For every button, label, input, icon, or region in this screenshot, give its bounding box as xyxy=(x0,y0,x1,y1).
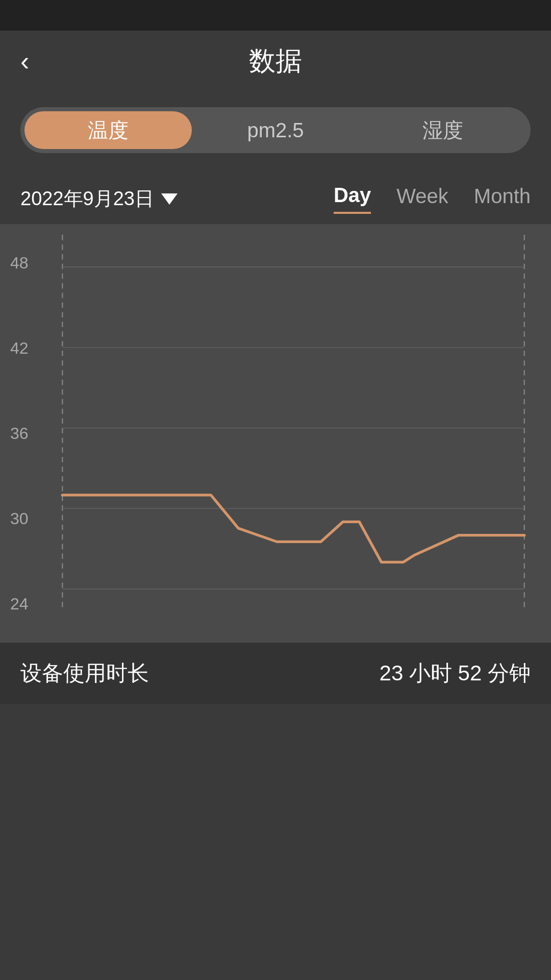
chart-area: 48 42 36 30 24 xyxy=(0,224,551,643)
chart-container: 48 42 36 30 24 xyxy=(0,224,551,643)
period-tab-week[interactable]: Week xyxy=(396,185,448,213)
y-label-36: 36 xyxy=(10,425,46,442)
back-button[interactable]: ‹ xyxy=(20,48,29,75)
header: ‹ 数据 xyxy=(0,31,551,92)
date-period-bar: 2022年9月23日 Day Week Month xyxy=(0,168,551,224)
status-bar xyxy=(0,0,551,31)
page-title: 数据 xyxy=(249,43,302,79)
period-tab-day[interactable]: Day xyxy=(334,184,371,214)
usage-bar: 设备使用时长 23 小时 52 分钟 xyxy=(0,643,551,704)
usage-value: 23 小时 52 分钟 xyxy=(380,659,531,688)
y-label-48: 48 xyxy=(10,255,46,271)
period-tabs: Day Week Month xyxy=(334,184,531,214)
y-label-30: 30 xyxy=(10,510,46,527)
type-tab-humidity[interactable]: 湿度 xyxy=(359,111,527,149)
date-text: 2022年9月23日 xyxy=(20,186,154,212)
period-tab-month[interactable]: Month xyxy=(474,185,531,213)
type-selector: 温度 pm2.5 湿度 xyxy=(20,107,531,153)
usage-label: 设备使用时长 xyxy=(20,659,149,688)
type-tab-pm25[interactable]: pm2.5 xyxy=(192,111,359,149)
chart-svg xyxy=(46,224,541,643)
y-label-24: 24 xyxy=(10,596,46,612)
dropdown-arrow-icon xyxy=(161,193,178,205)
y-label-42: 42 xyxy=(10,340,46,356)
date-picker[interactable]: 2022年9月23日 xyxy=(20,186,178,212)
y-axis-labels: 48 42 36 30 24 xyxy=(0,224,46,643)
type-tab-temperature[interactable]: 温度 xyxy=(24,111,192,149)
